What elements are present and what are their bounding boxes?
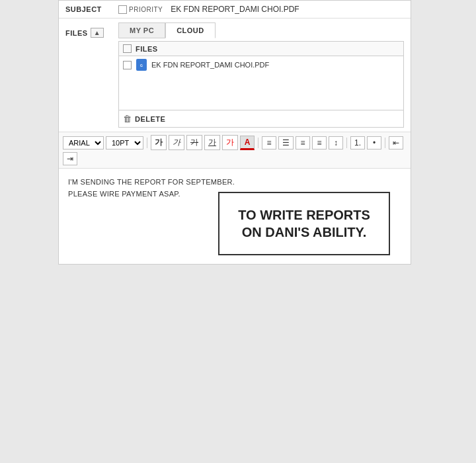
align-left-btn[interactable]: ≡ bbox=[262, 136, 276, 149]
priority-wrap: PRIORITY bbox=[118, 5, 163, 14]
align-center-btn[interactable]: ☰ bbox=[278, 136, 294, 149]
files-delete-row: 🗑 DELETE bbox=[119, 110, 403, 127]
popup-line1: TO WRITE REPORTS bbox=[238, 208, 370, 222]
indent-btn[interactable]: ⇥ bbox=[63, 152, 77, 165]
popup-text: TO WRITE REPORTS ON DANI'S ABILITY. bbox=[231, 206, 377, 241]
align-right-btn[interactable]: ≡ bbox=[296, 136, 310, 149]
toolbar-divider-4 bbox=[385, 138, 385, 148]
subject-label: SUBJECT bbox=[65, 5, 118, 13]
svg-text:G: G bbox=[140, 63, 143, 67]
priority-label: PRIORITY bbox=[129, 6, 163, 13]
files-tabs: MY PC CLOUD bbox=[118, 22, 404, 38]
editor-toolbar: ARIAL 10PT 가 가 가 가 가 A ≡ ☰ ≡ ≡ ↕ 1. • ⇤ … bbox=[59, 132, 411, 169]
files-table-header: FILES bbox=[119, 42, 403, 56]
color-strikethrough-btn[interactable]: 가 bbox=[222, 135, 238, 150]
file-name-label: EK FDN REPORT_DAMI CHOI.PDF bbox=[151, 61, 269, 69]
pdf-icon: G bbox=[136, 59, 147, 71]
ordered-list-btn[interactable]: 1. bbox=[350, 136, 365, 149]
font-family-select[interactable]: ARIAL bbox=[63, 136, 104, 149]
popup-tooltip: TO WRITE REPORTS ON DANI'S ABILITY. bbox=[218, 192, 390, 255]
font-size-select[interactable]: 10PT bbox=[106, 136, 143, 149]
delete-button[interactable]: DELETE bbox=[135, 115, 165, 123]
files-label-wrap: FILES ▲ bbox=[65, 22, 118, 38]
files-content: MY PC CLOUD FILES G bbox=[118, 22, 404, 128]
file-row: G EK FDN REPORT_DAMI CHOI.PDF bbox=[119, 56, 403, 73]
unordered-list-btn[interactable]: • bbox=[367, 136, 381, 149]
file-checkbox[interactable] bbox=[123, 61, 132, 69]
outdent-btn[interactable]: ⇤ bbox=[389, 136, 403, 149]
files-toggle-btn[interactable]: ▲ bbox=[91, 28, 104, 38]
files-row: FILES ▲ MY PC CLOUD FILES bbox=[59, 19, 411, 132]
bold-korean-btn[interactable]: 가 bbox=[151, 135, 167, 150]
tab-cloud[interactable]: CLOUD bbox=[165, 22, 216, 38]
align-justify-btn[interactable]: ≡ bbox=[312, 136, 327, 149]
toolbar-divider-1 bbox=[147, 138, 147, 148]
files-column-label: FILES bbox=[136, 45, 158, 53]
underline-korean-btn[interactable]: 가 bbox=[204, 135, 220, 150]
tab-my-pc[interactable]: MY PC bbox=[118, 22, 165, 38]
popup-line2: ON DANI'S ABILITY. bbox=[242, 225, 366, 239]
strike-korean-btn[interactable]: 가 bbox=[186, 135, 202, 150]
trash-icon: 🗑 bbox=[123, 114, 132, 124]
files-empty-area bbox=[119, 73, 403, 110]
line-height-btn[interactable]: ↕ bbox=[329, 136, 343, 149]
subject-input[interactable] bbox=[171, 5, 404, 14]
editor-line1: I'M SENDING THE REPORT FOR SEPTEMBER. bbox=[68, 177, 401, 189]
files-table: FILES G EK FDN REPORT_DAMI CHOI.PDF bbox=[118, 41, 404, 128]
toolbar-divider-2 bbox=[258, 138, 258, 148]
files-label: FILES bbox=[65, 29, 88, 37]
italic-korean-btn[interactable]: 가 bbox=[169, 135, 184, 150]
font-color-btn[interactable]: A bbox=[240, 136, 255, 150]
file-icon: G bbox=[136, 59, 147, 71]
toolbar-divider-3 bbox=[346, 138, 347, 148]
subject-row: SUBJECT PRIORITY bbox=[59, 1, 411, 19]
priority-checkbox[interactable] bbox=[118, 5, 127, 14]
files-select-all-checkbox[interactable] bbox=[123, 44, 132, 53]
